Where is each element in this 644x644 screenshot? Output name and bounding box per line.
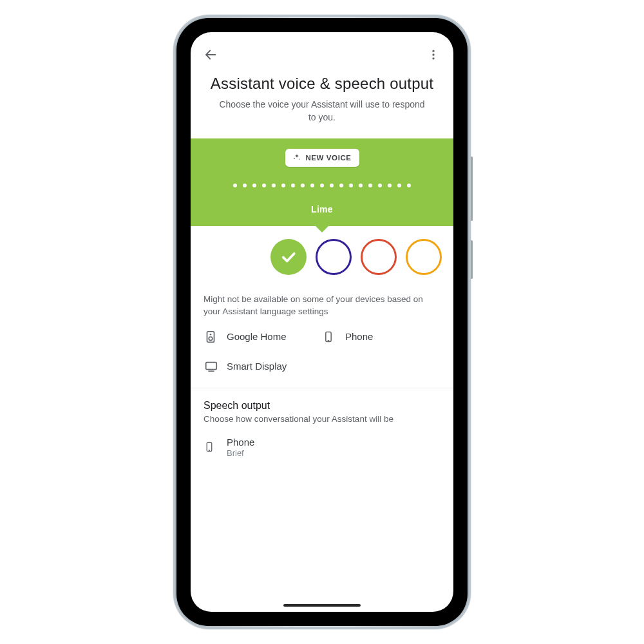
voice-preview-panel[interactable]: NEW VOICE Lime (191, 138, 453, 226)
device-phone: Phone (322, 330, 440, 344)
waveform-dots (191, 184, 453, 187)
voice-swatch-amber[interactable] (406, 239, 442, 275)
speech-output-phone-row[interactable]: Phone Brief (191, 433, 453, 469)
voice-swatch-red[interactable] (361, 239, 397, 275)
more-vert-icon (427, 48, 440, 61)
row-subtitle: Brief (227, 448, 254, 459)
device-label: Phone (345, 331, 373, 342)
phone-icon (322, 330, 336, 344)
device-label: Smart Display (227, 361, 287, 372)
sparkle-icon (292, 153, 301, 162)
device-grid: Google Home Phone Smart Di (191, 326, 453, 386)
svg-point-3 (432, 57, 434, 59)
voice-swatch-indigo[interactable] (316, 239, 352, 275)
speaker-icon (204, 330, 218, 344)
phone-icon (204, 439, 216, 456)
svg-point-8 (209, 337, 213, 341)
device-label: Google Home (227, 331, 287, 342)
availability-note: Might not be available on some of your d… (191, 275, 453, 326)
svg-point-1 (432, 50, 434, 52)
device-smart-display: Smart Display (204, 359, 322, 374)
selected-voice-name: Lime (191, 204, 453, 214)
speech-output-title: Speech output (191, 388, 453, 414)
display-icon (204, 359, 218, 374)
new-voice-chip-label: NEW VOICE (305, 154, 351, 162)
page-title: Assistant voice & speech output (205, 75, 439, 93)
screen: Assistant voice & speech output Choose t… (191, 32, 453, 612)
new-voice-chip: NEW VOICE (285, 149, 359, 167)
page-subtitle: Choose the voice your Assistant will use… (219, 98, 425, 124)
arrow-back-icon (204, 48, 218, 62)
app-bar (191, 32, 453, 70)
phone-device-frame: Assistant voice & speech output Choose t… (173, 15, 471, 629)
check-icon (279, 248, 298, 266)
voice-swatch-lime[interactable] (270, 239, 307, 275)
gesture-nav-pill[interactable] (283, 604, 361, 607)
device-google-home: Google Home (204, 330, 322, 344)
svg-point-2 (432, 53, 434, 55)
speech-output-subtitle: Choose how conversational your Assistant… (191, 414, 453, 433)
back-button[interactable] (200, 44, 222, 66)
svg-point-5 (299, 158, 300, 159)
svg-point-7 (210, 334, 211, 335)
svg-point-4 (294, 158, 295, 159)
overflow-menu-button[interactable] (422, 44, 444, 66)
svg-rect-11 (206, 362, 217, 369)
row-title: Phone (227, 437, 254, 448)
voice-swatch-row[interactable] (223, 226, 453, 275)
